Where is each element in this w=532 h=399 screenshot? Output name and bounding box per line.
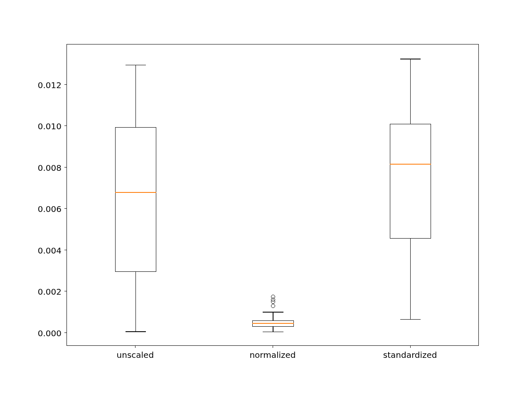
boxplot-cap bbox=[263, 312, 283, 313]
boxplot-median bbox=[390, 164, 431, 165]
y-tick-label: 0.006 bbox=[38, 204, 62, 214]
tick-mark bbox=[64, 126, 67, 126]
tick-mark bbox=[64, 208, 67, 209]
boxplot-median bbox=[115, 192, 156, 193]
y-tick-label: 0.004 bbox=[38, 246, 62, 256]
boxplot-cap bbox=[126, 331, 146, 332]
plot-area bbox=[67, 44, 478, 345]
tick-mark bbox=[64, 167, 67, 167]
x-tick-label: normalized bbox=[249, 350, 296, 360]
y-tick-label: 0.010 bbox=[38, 121, 62, 131]
x-tick-label: standardized bbox=[383, 350, 437, 360]
y-tick-label: 0.000 bbox=[38, 328, 62, 338]
boxplot-box bbox=[115, 127, 156, 272]
boxplot-whisker bbox=[410, 239, 411, 319]
boxplot-box bbox=[390, 124, 431, 239]
boxplot-cap bbox=[126, 65, 146, 66]
axes-frame bbox=[66, 44, 479, 346]
x-tick-label: unscaled bbox=[117, 350, 154, 360]
boxplot-outlier bbox=[271, 304, 275, 308]
boxplot-cap bbox=[400, 319, 421, 320]
boxplot-whisker bbox=[273, 327, 273, 332]
tick-mark bbox=[64, 291, 67, 291]
boxplot-cap bbox=[400, 59, 421, 59]
boxplot-whisker bbox=[135, 65, 136, 127]
boxplot-whisker bbox=[135, 272, 136, 332]
tick-mark bbox=[410, 345, 411, 348]
y-tick-label: 0.008 bbox=[38, 163, 62, 173]
tick-mark bbox=[273, 345, 273, 348]
boxplot-cap bbox=[263, 332, 283, 332]
boxplot-whisker bbox=[410, 59, 411, 124]
tick-mark bbox=[64, 84, 67, 85]
tick-mark bbox=[64, 332, 67, 333]
tick-mark bbox=[135, 345, 135, 348]
tick-mark bbox=[64, 250, 67, 250]
boxplot-whisker bbox=[273, 312, 273, 320]
figure: 0.0000.0020.0040.0060.0080.0100.012 unsc… bbox=[0, 0, 532, 399]
boxplot-median bbox=[252, 323, 293, 324]
boxplot-outlier bbox=[271, 295, 275, 299]
y-tick-label: 0.012 bbox=[38, 80, 62, 90]
y-tick-label: 0.002 bbox=[38, 287, 62, 297]
